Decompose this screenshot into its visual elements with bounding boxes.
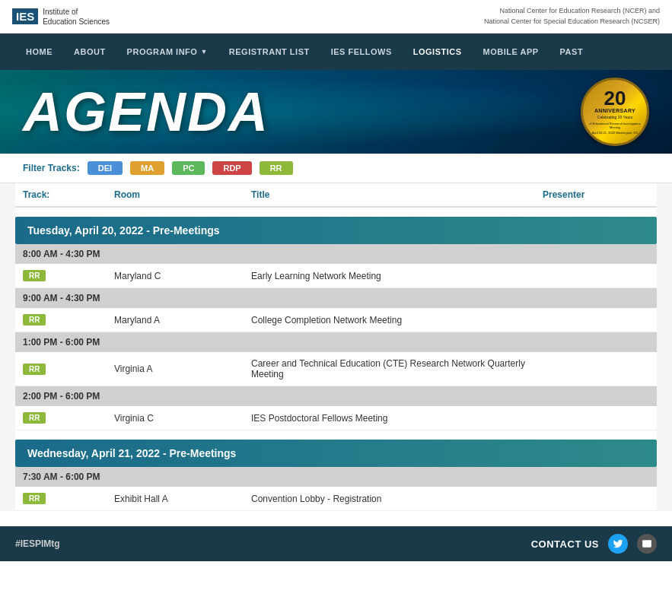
nav-registrant-list[interactable]: REGISTRANT LIST [218,33,320,70]
track-tag: RR [23,270,46,281]
day-header: Wednesday, April 21, 2022 - Pre-Meetings [15,440,657,467]
nav-home[interactable]: HOME [15,33,63,70]
filter-label: Filter Tracks: [23,163,80,173]
col-room-header: Room [107,183,244,207]
top-header: IES Institute of Education Sciences Nati… [0,0,672,33]
email-icon[interactable] [637,534,657,554]
table-row: RRMaryland CEarly Learning Network Meeti… [15,264,657,288]
ies-logo-subtext: Institute of Education Sciences [43,7,110,27]
time-row: 1:00 PM - 6:00 PM [15,332,657,353]
nav-mobile-app[interactable]: MOBILE APP [473,33,549,70]
room-cell: Virginia A [107,352,244,386]
presenter-cell [535,264,657,288]
chevron-down-icon: ▼ [200,48,207,56]
agenda-table: Track: Room Title Presenter Tuesday, Apr… [15,183,657,511]
track-tag: RR [23,412,46,424]
title-cell: IES Postdoctoral Fellows Meeting [244,406,535,430]
header-right-text: National Center for Education Research (… [484,6,660,27]
main-nav: HOME ABOUT PROGRAM INFO ▼ REGISTRANT LIS… [0,33,672,70]
track-tag: RR [23,493,46,504]
filter-rr[interactable]: RR [260,161,293,175]
title-cell: Early Learning Network Meeting [244,264,535,288]
room-cell: Maryland A [107,308,244,332]
day-header: Tuesday, April 20, 2022 - Pre-Meetings [15,217,657,244]
title-cell: Convention Lobby - Registration [244,487,535,511]
filter-ma[interactable]: MA [130,161,164,175]
presenter-cell [535,487,657,511]
time-row: 9:00 AM - 4:30 PM [15,288,657,309]
agenda-header-row: Track: Room Title Presenter [15,183,657,207]
hero-banner: AGENDA 20 Anniversary Celebrating 20 Yea… [0,70,672,154]
footer: #IESPIMtg CONTACT US [0,526,672,561]
filter-pc[interactable]: PC [172,161,205,175]
nav-about[interactable]: ABOUT [63,33,116,70]
time-row: 7:30 AM - 6:00 PM [15,467,657,487]
anniversary-badge: 20 Anniversary Celebrating 20 Years of E… [581,78,649,146]
nav-logistics[interactable]: LOGISTICS [403,33,473,70]
hero-title: AGENDA [23,81,269,143]
footer-contact[interactable]: CONTACT US [531,538,599,550]
track-tag: RR [23,314,46,325]
twitter-icon[interactable] [608,534,628,554]
col-title-header: Title [244,183,535,207]
presenter-cell [535,406,657,430]
room-cell: Exhibit Hall A [107,487,244,511]
track-tag: RR [23,364,46,375]
ies-logo-box: IES [12,8,38,24]
title-cell: Career and Technical Education (CTE) Res… [244,352,535,386]
nav-past[interactable]: PAST [549,33,594,70]
day-header-row: Wednesday, April 21, 2022 - Pre-Meetings [15,430,657,468]
nav-ies-fellows[interactable]: IES FELLOWS [320,33,403,70]
table-row: RRVirginia ACareer and Technical Educati… [15,352,657,386]
presenter-cell [535,352,657,386]
col-track-header: Track: [15,183,107,207]
table-row: RRExhibit Hall AConvention Lobby - Regis… [15,487,657,511]
title-cell: College Completion Network Meeting [244,308,535,332]
room-cell: Maryland C [107,264,244,288]
filter-dei[interactable]: DEI [88,161,123,175]
time-row: 2:00 PM - 6:00 PM [15,386,657,407]
time-row: 8:00 AM - 4:30 PM [15,244,657,264]
filter-rdp[interactable]: RDP [212,161,251,175]
room-cell: Virginia C [107,406,244,430]
presenter-cell [535,308,657,332]
table-row: RRMaryland ACollege Completion Network M… [15,308,657,332]
col-presenter-header: Presenter [535,183,657,207]
filter-section: Filter Tracks: DEI MA PC RDP RR [0,154,672,183]
nav-program-info[interactable]: PROGRAM INFO ▼ [116,33,218,70]
ies-logo: IES Institute of Education Sciences [12,7,110,27]
table-row: RRVirginia CIES Postdoctoral Fellows Mee… [15,406,657,430]
footer-right: CONTACT US [531,534,657,554]
agenda-container: Track: Room Title Presenter Tuesday, Apr… [0,183,672,511]
footer-hashtag: #IESPIMtg [15,538,60,549]
day-header-row: Tuesday, April 20, 2022 - Pre-Meetings [15,207,657,244]
